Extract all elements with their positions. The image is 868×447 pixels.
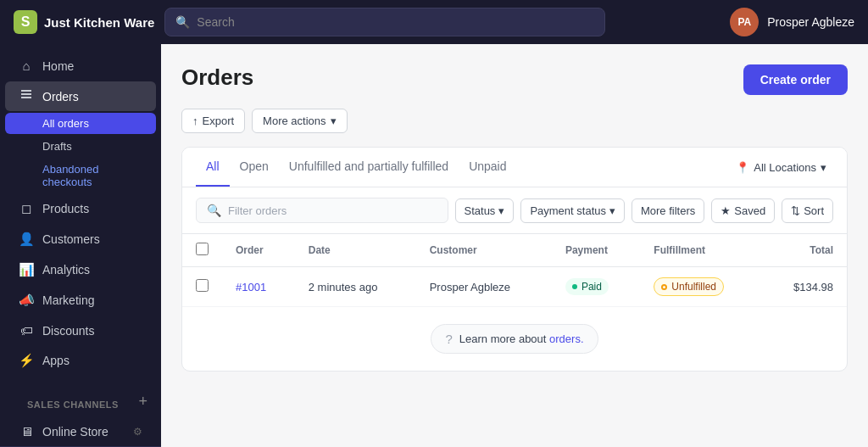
column-header-customer: Customer bbox=[416, 234, 552, 267]
fulfillment-status-badge: Unfulfilled bbox=[654, 277, 724, 296]
sidebar-item-discounts[interactable]: 🏷 Discounts bbox=[5, 316, 156, 344]
order-customer-cell: Prosper Agbleze bbox=[416, 267, 552, 307]
export-button[interactable]: ↑ Export bbox=[181, 109, 245, 133]
order-total-cell: $134.98 bbox=[763, 267, 847, 307]
help-icon: ? bbox=[445, 332, 452, 346]
customers-icon: 👤 bbox=[19, 232, 34, 247]
chevron-down-icon: ▾ bbox=[498, 204, 504, 217]
learn-more-section: ? Learn more about orders. bbox=[182, 307, 847, 371]
sidebar-item-home[interactable]: ⌂ Home bbox=[5, 52, 156, 80]
column-header-total: Total bbox=[763, 234, 847, 267]
orders-card: All Open Unfulfilled and partially fulfi… bbox=[181, 147, 848, 372]
tab-unpaid[interactable]: Unpaid bbox=[459, 148, 516, 187]
column-header-payment: Payment bbox=[552, 234, 640, 267]
sidebar-item-marketing[interactable]: 📣 Marketing bbox=[5, 286, 156, 315]
home-icon: ⌂ bbox=[19, 59, 34, 73]
location-button[interactable]: 📍 All Locations ▾ bbox=[729, 156, 833, 179]
sidebar-item-label: Orders bbox=[42, 90, 79, 103]
location-icon: 📍 bbox=[736, 161, 749, 174]
select-all-checkbox[interactable] bbox=[196, 243, 209, 255]
unfulfilled-dot bbox=[661, 284, 667, 290]
sidebar-subitem-abandoned-checkouts[interactable]: Abandoned checkouts bbox=[5, 159, 156, 193]
learn-more-text: Learn more about orders. bbox=[459, 332, 584, 345]
payment-status-badge: Paid bbox=[565, 278, 609, 295]
tab-unfulfilled[interactable]: Unfulfilled and partially fulfilled bbox=[279, 148, 459, 187]
online-store-settings-icon[interactable]: ⚙ bbox=[133, 426, 142, 438]
shopify-icon: S bbox=[14, 10, 37, 34]
orders-icon bbox=[19, 88, 34, 104]
sidebar-item-label: Online Store bbox=[42, 425, 108, 439]
sort-button[interactable]: ⇅ Sort bbox=[782, 198, 833, 223]
select-all-header[interactable] bbox=[182, 234, 222, 267]
user-name: Prosper Agbleze bbox=[767, 15, 854, 29]
row-checkbox-cell[interactable] bbox=[182, 267, 222, 307]
apps-icon: ⚡ bbox=[19, 353, 34, 368]
saved-button[interactable]: ★ Saved bbox=[711, 198, 775, 223]
status-filter-button[interactable]: Status ▾ bbox=[455, 198, 515, 223]
export-icon: ↑ bbox=[192, 115, 198, 127]
sidebar-item-analytics[interactable]: 📊 Analytics bbox=[5, 255, 156, 284]
chevron-down-icon: ▾ bbox=[821, 161, 826, 174]
sidebar-item-orders[interactable]: Orders bbox=[5, 81, 156, 111]
sidebar-item-label: Products bbox=[42, 202, 89, 215]
avatar[interactable]: PA bbox=[730, 8, 759, 36]
payment-status-filter-button[interactable]: Payment status ▾ bbox=[520, 198, 625, 223]
column-header-date: Date bbox=[295, 234, 416, 267]
tab-open[interactable]: Open bbox=[230, 148, 279, 187]
order-fulfillment-cell: Unfulfilled bbox=[640, 267, 762, 307]
sales-channels-label: SALES CHANNELS bbox=[14, 389, 132, 413]
sidebar-item-label: Analytics bbox=[42, 263, 90, 277]
search-icon: 🔍 bbox=[175, 15, 190, 29]
page-header: Orders Create order bbox=[181, 64, 848, 95]
filter-orders-input[interactable] bbox=[228, 204, 437, 217]
sidebar-subitem-all-orders[interactable]: All orders bbox=[5, 113, 156, 134]
orders-link[interactable]: orders. bbox=[549, 332, 583, 345]
more-actions-button[interactable]: More actions ▾ bbox=[252, 109, 347, 133]
column-header-order: Order bbox=[222, 234, 295, 267]
page-title: Orders bbox=[181, 64, 253, 91]
sidebar-item-label: Customers bbox=[42, 232, 100, 246]
top-navigation: S Just Kitchen Ware 🔍 PA Prosper Agbleze bbox=[0, 0, 868, 44]
create-order-button[interactable]: Create order bbox=[743, 64, 848, 95]
marketing-icon: 📣 bbox=[19, 293, 34, 308]
sidebar-item-label: Home bbox=[42, 59, 74, 73]
sidebar: ⌂ Home Orders All orders Drafts Abandone… bbox=[0, 44, 161, 447]
sidebar-item-products[interactable]: ◻ Products bbox=[5, 194, 156, 223]
search-input[interactable] bbox=[197, 15, 594, 29]
sort-icon: ⇅ bbox=[791, 204, 800, 217]
toolbar: ↑ Export More actions ▾ bbox=[181, 109, 848, 133]
main-content: Orders Create order ↑ Export More action… bbox=[161, 44, 868, 447]
search-icon: 🔍 bbox=[207, 204, 221, 217]
more-filters-button[interactable]: More filters bbox=[632, 198, 704, 223]
learn-more-button[interactable]: ? Learn more about orders. bbox=[431, 324, 598, 354]
order-number-link[interactable]: #1001 bbox=[236, 281, 266, 293]
search-bar[interactable]: 🔍 bbox=[164, 8, 605, 36]
analytics-icon: 📊 bbox=[19, 262, 34, 277]
row-checkbox[interactable] bbox=[196, 279, 209, 292]
sidebar-item-apps[interactable]: ⚡ Apps bbox=[5, 346, 156, 375]
discounts-icon: 🏷 bbox=[19, 323, 34, 338]
star-icon: ★ bbox=[721, 204, 731, 217]
orders-table: Order Date Customer Payment Fulfillment … bbox=[182, 234, 847, 307]
add-sales-channel-button[interactable]: + bbox=[138, 393, 147, 411]
table-row: #1001 2 minutes ago Prosper Agbleze Paid bbox=[182, 267, 847, 307]
paid-dot bbox=[572, 284, 577, 289]
order-payment-cell: Paid bbox=[552, 267, 640, 307]
sidebar-item-label: Marketing bbox=[42, 293, 94, 307]
order-date-cell: 2 minutes ago bbox=[295, 267, 416, 307]
location-filter: 📍 All Locations ▾ bbox=[729, 156, 833, 179]
filter-search-box[interactable]: 🔍 bbox=[196, 198, 448, 223]
sidebar-item-label: Discounts bbox=[42, 324, 94, 338]
chevron-down-icon: ▾ bbox=[331, 115, 337, 127]
products-icon: ◻ bbox=[19, 201, 34, 216]
orders-tabs: All Open Unfulfilled and partially fulfi… bbox=[182, 148, 847, 187]
sidebar-item-customers[interactable]: 👤 Customers bbox=[5, 225, 156, 254]
tab-all[interactable]: All bbox=[196, 148, 230, 187]
sidebar-subitem-drafts[interactable]: Drafts bbox=[5, 136, 156, 157]
brand-name: Just Kitchen Ware bbox=[44, 15, 154, 30]
brand-logo[interactable]: S Just Kitchen Ware bbox=[14, 10, 154, 34]
order-number-cell: #1001 bbox=[222, 267, 295, 307]
sidebar-item-online-store[interactable]: 🖥 Online Store ⚙ bbox=[5, 417, 156, 445]
sidebar-item-label: Apps bbox=[42, 354, 70, 367]
column-header-fulfillment: Fulfillment bbox=[640, 234, 762, 267]
